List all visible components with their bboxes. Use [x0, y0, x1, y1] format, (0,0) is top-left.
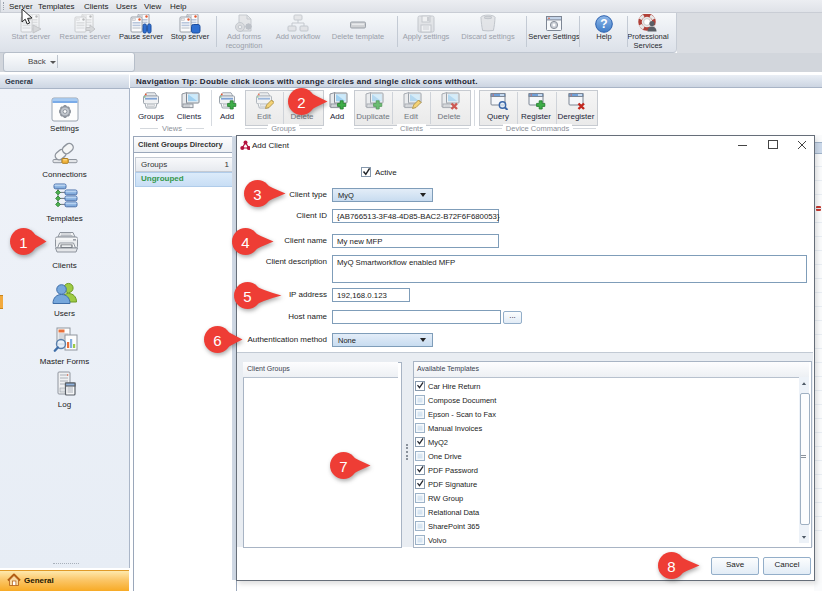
svg-text:?: ?	[600, 17, 607, 31]
